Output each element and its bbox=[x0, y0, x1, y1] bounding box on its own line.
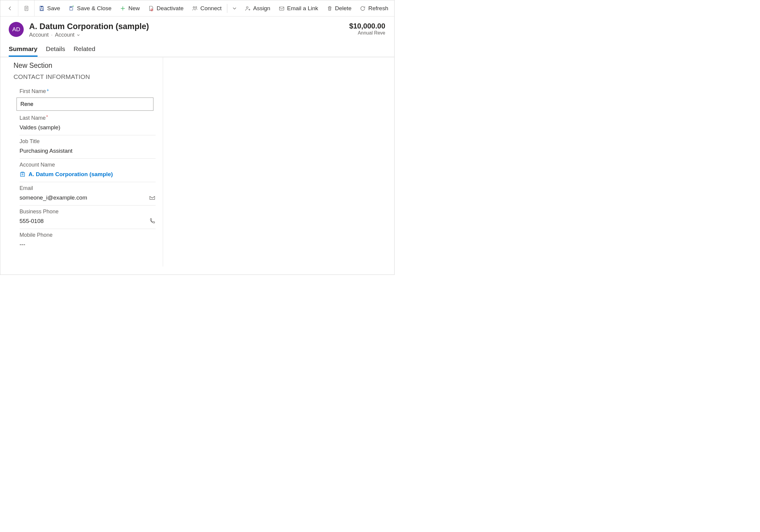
save-icon bbox=[39, 5, 45, 11]
svg-rect-5 bbox=[41, 8, 43, 10]
svg-point-12 bbox=[196, 6, 197, 8]
svg-rect-14 bbox=[280, 7, 284, 10]
deactivate-button[interactable]: Deactivate bbox=[144, 0, 188, 16]
account-icon bbox=[20, 171, 25, 177]
overflow-button[interactable] bbox=[228, 0, 241, 16]
business-phone-value[interactable]: 555-0108 bbox=[20, 218, 156, 224]
svg-line-10 bbox=[151, 9, 153, 10]
email-link-button[interactable]: Email a Link bbox=[274, 0, 322, 16]
section-title: New Section bbox=[14, 62, 156, 69]
command-bar: Save Save & Close New Deactivate Connect bbox=[0, 0, 394, 17]
trash-icon bbox=[327, 5, 333, 11]
back-button[interactable] bbox=[2, 0, 18, 16]
save-button[interactable]: Save bbox=[34, 0, 64, 16]
chevron-down-icon bbox=[231, 5, 238, 11]
account-name-label: Account Name bbox=[20, 162, 55, 168]
save-close-label: Save & Close bbox=[77, 5, 112, 12]
tab-summary[interactable]: Summary bbox=[9, 45, 37, 57]
svg-rect-4 bbox=[41, 6, 43, 7]
plus-icon bbox=[120, 5, 126, 11]
job-title-value[interactable]: Purchasing Assistant bbox=[20, 148, 156, 154]
form-selector[interactable]: Account bbox=[55, 32, 80, 38]
mail-icon bbox=[279, 5, 285, 11]
mobile-phone-text: --- bbox=[20, 241, 25, 248]
form-column: New Section CONTACT INFORMATION First Na… bbox=[0, 57, 163, 266]
recommended-indicator: + bbox=[47, 88, 49, 92]
email-text: someone_i@example.com bbox=[20, 195, 87, 201]
first-name-input[interactable] bbox=[17, 98, 154, 111]
last-name-value[interactable]: Valdes (sample) bbox=[20, 124, 156, 131]
dot-separator: · bbox=[51, 32, 53, 38]
svg-point-11 bbox=[193, 7, 195, 8]
new-button[interactable]: New bbox=[116, 0, 144, 16]
deactivate-label: Deactivate bbox=[157, 5, 183, 12]
connect-button[interactable]: Connect bbox=[188, 0, 226, 16]
email-link-label: Email a Link bbox=[287, 5, 318, 12]
mobile-phone-label: Mobile Phone bbox=[20, 232, 53, 238]
annual-revenue-label: Annual Reve bbox=[349, 30, 385, 36]
refresh-button[interactable]: Refresh bbox=[356, 0, 393, 16]
form-empty-area bbox=[163, 57, 394, 266]
save-close-button[interactable]: Save & Close bbox=[64, 0, 116, 16]
clipboard-button[interactable] bbox=[18, 0, 34, 16]
last-name-text: Valdes (sample) bbox=[20, 124, 60, 131]
tabs: Summary Details Related bbox=[0, 38, 394, 57]
entity-label: Account bbox=[29, 32, 49, 38]
account-name-lookup[interactable]: A. Datum Corporation (sample) bbox=[20, 171, 156, 178]
avatar: AD bbox=[9, 22, 24, 37]
deactivate-icon bbox=[148, 5, 154, 11]
connect-label: Connect bbox=[200, 5, 221, 12]
business-phone-label: Business Phone bbox=[20, 208, 59, 215]
tab-details[interactable]: Details bbox=[46, 45, 65, 57]
svg-point-13 bbox=[246, 6, 248, 8]
record-header: AD A. Datum Corporation (sample) Account… bbox=[0, 17, 394, 38]
email-label: Email bbox=[20, 185, 33, 192]
section-subtitle: CONTACT INFORMATION bbox=[14, 73, 156, 80]
chevron-down-icon bbox=[76, 33, 80, 37]
arrow-left-icon bbox=[7, 5, 13, 11]
new-label: New bbox=[128, 5, 140, 12]
svg-rect-6 bbox=[70, 7, 72, 8]
mail-icon[interactable] bbox=[149, 195, 156, 201]
save-close-icon bbox=[69, 5, 74, 11]
assign-button[interactable]: Assign bbox=[241, 0, 274, 16]
mobile-phone-value[interactable]: --- bbox=[20, 241, 156, 248]
separator bbox=[227, 4, 227, 13]
job-title-label: Job Title bbox=[20, 138, 40, 145]
svg-rect-17 bbox=[21, 172, 24, 176]
annual-revenue-value: $10,000.00 bbox=[349, 22, 385, 30]
page-title: A. Datum Corporation (sample) bbox=[29, 22, 344, 31]
assign-label: Assign bbox=[253, 5, 270, 12]
email-value[interactable]: someone_i@example.com bbox=[20, 195, 156, 201]
refresh-label: Refresh bbox=[368, 5, 388, 12]
job-title-text: Purchasing Assistant bbox=[20, 148, 72, 154]
business-phone-text: 555-0108 bbox=[20, 218, 44, 224]
assign-icon bbox=[245, 5, 251, 11]
connect-icon bbox=[192, 5, 198, 11]
form-name: Account bbox=[55, 32, 74, 38]
tab-related[interactable]: Related bbox=[73, 45, 95, 57]
delete-button[interactable]: Delete bbox=[322, 0, 356, 16]
last-name-label: Last Name bbox=[20, 115, 46, 121]
save-label: Save bbox=[47, 5, 60, 12]
first-name-label: First Name bbox=[20, 88, 46, 95]
clipboard-icon bbox=[24, 5, 29, 11]
phone-icon[interactable] bbox=[149, 218, 156, 224]
delete-label: Delete bbox=[335, 5, 352, 12]
required-indicator: * bbox=[46, 114, 48, 119]
refresh-icon bbox=[360, 5, 366, 11]
account-name-text: A. Datum Corporation (sample) bbox=[28, 171, 113, 178]
